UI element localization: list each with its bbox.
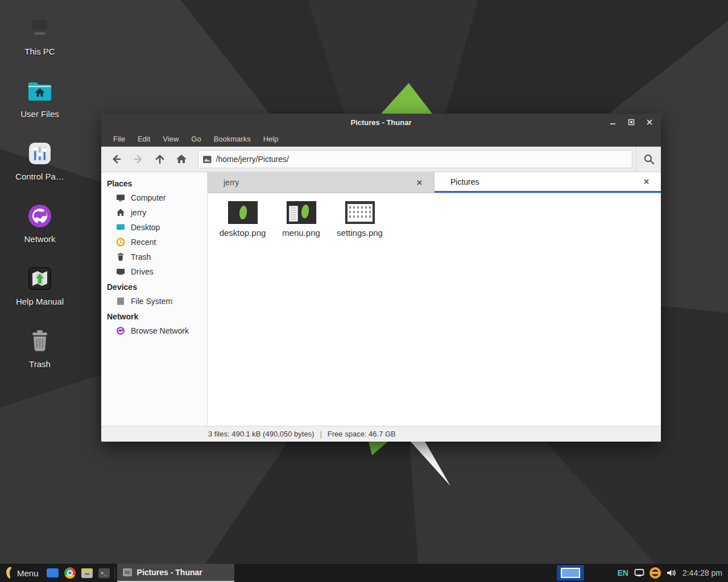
computer-icon bbox=[116, 193, 125, 202]
recent-clock-icon bbox=[116, 238, 125, 247]
desktop-icon-label: Network bbox=[13, 234, 67, 244]
sidebar-item-label: Trash bbox=[131, 252, 151, 261]
taskbar-window-button[interactable]: Pictures - Thunar bbox=[117, 564, 234, 582]
close-button[interactable] bbox=[643, 115, 656, 129]
sidebar-item-label: Drives bbox=[131, 267, 154, 276]
drives-icon bbox=[116, 267, 125, 276]
sidebar-item-label: Desktop bbox=[131, 223, 160, 232]
panel-grip-handle[interactable]: ⁞⁞ bbox=[113, 567, 117, 579]
terminal-launcher[interactable]: >_ bbox=[96, 564, 113, 582]
thunar-task-icon bbox=[123, 568, 132, 576]
sidebar-item-browse-network[interactable]: Browse Network bbox=[101, 323, 207, 338]
sidebar-header-devices: Devices bbox=[101, 279, 207, 294]
start-menu-button[interactable]: Menu bbox=[0, 564, 44, 582]
file-name: settings.png bbox=[330, 228, 389, 238]
chrome-icon bbox=[64, 567, 76, 579]
sidebar-item-label: Browse Network bbox=[131, 326, 189, 335]
clock[interactable]: 2:44:28 pm bbox=[682, 568, 722, 577]
tab-pictures[interactable]: Pictures ✕ bbox=[435, 172, 661, 193]
menu-go[interactable]: Go bbox=[185, 132, 207, 146]
volume-icon[interactable] bbox=[666, 568, 676, 577]
sidebar-item-label: File System bbox=[131, 297, 172, 306]
maximize-button[interactable] bbox=[624, 115, 638, 129]
desktop-icon-user-files[interactable]: User Files bbox=[13, 77, 67, 119]
filesystem-icon bbox=[116, 297, 125, 306]
file-name: menu.png bbox=[272, 228, 330, 238]
menu-help[interactable]: Help bbox=[257, 132, 285, 146]
sidebar-item-jerry[interactable]: jerry bbox=[101, 205, 207, 220]
user-files-folder-icon bbox=[26, 77, 53, 105]
tab-jerry[interactable]: jerry ✕ bbox=[208, 172, 435, 193]
menu-view[interactable]: View bbox=[156, 132, 185, 146]
sidebar-item-file-system[interactable]: File System bbox=[101, 294, 207, 309]
menu-file[interactable]: File bbox=[107, 132, 131, 146]
keyboard-layout-indicator[interactable]: EN bbox=[617, 568, 628, 577]
settings-png-thumbnail bbox=[345, 201, 375, 224]
file-name: desktop.png bbox=[213, 228, 272, 238]
desktop-icon-label: User Files bbox=[13, 109, 67, 119]
sidebar-item-trash[interactable]: Trash bbox=[101, 250, 207, 264]
status-bar: 3 files: 490.1 kB (490,050 bytes) | Free… bbox=[101, 426, 661, 442]
file-menu-png[interactable]: menu.png bbox=[272, 199, 330, 238]
status-separator: | bbox=[320, 430, 321, 438]
workspace-window-preview bbox=[561, 568, 580, 578]
file-settings-png[interactable]: settings.png bbox=[330, 199, 389, 238]
forward-button[interactable] bbox=[127, 149, 149, 169]
minimize-button[interactable] bbox=[606, 115, 620, 129]
desktop-icon-this-pc[interactable]: This PC bbox=[13, 15, 67, 56]
display-tray-icon[interactable] bbox=[634, 568, 644, 577]
file-manager-launcher[interactable] bbox=[78, 564, 96, 582]
desktop-icon-network[interactable]: Network bbox=[13, 202, 67, 244]
tab-label: jerry bbox=[224, 178, 413, 187]
desktop-icon bbox=[47, 568, 59, 577]
sidebar-header-places: Places bbox=[101, 176, 207, 190]
sidebar-header-network: Network bbox=[101, 309, 207, 323]
menubar: File Edit View Go Bookmarks Help bbox=[101, 131, 661, 147]
home-button[interactable] bbox=[171, 149, 192, 169]
network-globe-icon bbox=[26, 202, 53, 230]
file-desktop-png[interactable]: desktop.png bbox=[213, 199, 272, 238]
sidebar-item-drives[interactable]: Drives bbox=[101, 264, 207, 279]
update-notifier-icon[interactable] bbox=[650, 567, 661, 579]
sidebar-item-desktop[interactable]: Desktop bbox=[101, 220, 207, 235]
desktop-icon-help-manual[interactable]: Help Manual bbox=[13, 265, 67, 306]
control-panel-icon bbox=[26, 140, 53, 167]
system-tray: EN 2:44:28 pm bbox=[557, 564, 728, 582]
sidebar-item-recent[interactable]: Recent bbox=[101, 235, 207, 250]
path-bar[interactable] bbox=[198, 150, 632, 168]
files-summary: 3 files: 490.1 kB (490,050 bytes) bbox=[208, 430, 314, 438]
desktop-icon-label: Trash bbox=[13, 359, 67, 369]
desktop-icon-label: This PC bbox=[13, 47, 67, 56]
titlebar[interactable]: Pictures - Thunar bbox=[101, 114, 661, 131]
taskbar: Menu >_ ⁞⁞ Pictures - Thunar EN 2:44:28 … bbox=[0, 564, 728, 582]
menu-edit[interactable]: Edit bbox=[131, 132, 156, 146]
distro-logo-icon bbox=[5, 567, 13, 579]
sidebar-item-label: jerry bbox=[131, 208, 146, 217]
tab-close-icon[interactable]: ✕ bbox=[413, 177, 426, 188]
sidebar-item-label: Computer bbox=[131, 193, 166, 202]
menu-button-label: Menu bbox=[17, 568, 39, 578]
image-file-icon bbox=[203, 156, 212, 163]
desktop-icon bbox=[116, 223, 125, 232]
tab-bar: jerry ✕ Pictures ✕ bbox=[208, 172, 661, 193]
trash-icon bbox=[116, 252, 125, 261]
taskbar-window-label: Pictures - Thunar bbox=[137, 568, 202, 577]
desktop-icon-trash[interactable]: Trash bbox=[13, 327, 67, 369]
thunar-window: Pictures - Thunar File Edit View Go Book… bbox=[101, 114, 661, 442]
search-icon bbox=[643, 153, 655, 165]
help-manual-icon bbox=[26, 265, 53, 292]
tab-close-icon[interactable]: ✕ bbox=[640, 176, 653, 187]
up-button[interactable] bbox=[149, 149, 171, 169]
workspace-switcher[interactable] bbox=[557, 565, 584, 581]
address-input[interactable] bbox=[216, 155, 627, 164]
file-view[interactable]: desktop.png menu.png bbox=[208, 193, 661, 426]
search-button[interactable] bbox=[636, 147, 661, 172]
back-button[interactable] bbox=[106, 149, 127, 169]
chrome-launcher[interactable] bbox=[61, 564, 78, 582]
window-title: Pictures - Thunar bbox=[101, 118, 661, 127]
show-desktop-launcher[interactable] bbox=[44, 564, 61, 582]
sidebar-item-computer[interactable]: Computer bbox=[101, 190, 207, 205]
menu-bookmarks[interactable]: Bookmarks bbox=[208, 132, 257, 146]
desktop-icon-control-panel[interactable]: Control Pa… bbox=[13, 140, 67, 181]
home-icon bbox=[116, 208, 125, 217]
